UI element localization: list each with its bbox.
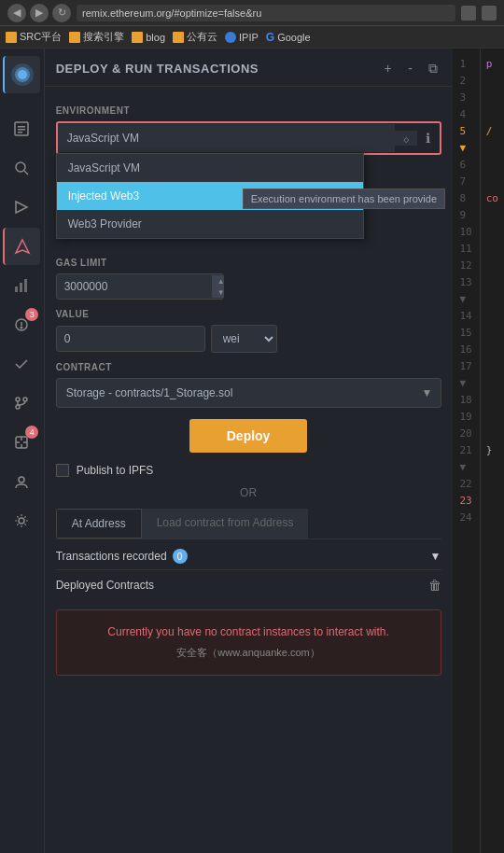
load-contract-tab[interactable]: Load contract from Address	[142, 509, 309, 538]
web3provider-label: Web3 Provider	[68, 217, 142, 231]
dropdown-item-jsvm[interactable]: JavaScript VM	[57, 154, 363, 182]
sidebar-item-settings[interactable]	[3, 502, 40, 539]
panel-title: DEPLOY & RUN TRANSACTIONS	[56, 62, 259, 76]
sidebar-item-deploy[interactable]	[3, 228, 40, 265]
value-input[interactable]	[57, 327, 205, 351]
bookmark-cloud-label: 公有云	[187, 30, 217, 44]
svg-point-26	[19, 518, 24, 524]
warning-text: Currently you have no contract instances…	[70, 623, 427, 641]
code-text: p / co	[481, 49, 504, 853]
bookmark-google[interactable]: G Google	[266, 31, 311, 44]
deployed-contracts-row: Deployed Contracts 🗑	[56, 569, 441, 600]
env-tooltip: Execution environment has been provide	[243, 189, 445, 209]
forward-button[interactable]: ▶	[30, 4, 49, 22]
or-divider: OR	[56, 486, 441, 499]
publish-ipfs-label: Publish to IPFS	[77, 464, 154, 477]
bookmark-cloud[interactable]: 公有云	[173, 30, 217, 44]
sidebar-item-compile[interactable]	[3, 189, 40, 226]
publish-ipfs-checkbox[interactable]	[56, 464, 69, 477]
at-address-tab[interactable]: At Address	[56, 509, 142, 538]
code-line-20	[486, 375, 498, 392]
bookmark-src[interactable]: SRC平台	[6, 30, 62, 44]
url-text: remix.ethereum.org/#optimize=false&ru	[82, 7, 261, 19]
panel-content: ENVIRONMENT JavaScript VM ⬦ ℹ JavaScript…	[45, 87, 453, 853]
code-line-22	[486, 409, 498, 426]
svg-rect-12	[24, 279, 27, 292]
value-row: ▲ ▼ wei gwei finney ether	[56, 325, 441, 353]
code-line-13	[486, 258, 498, 274]
code-line-4	[486, 106, 498, 123]
code-line-6	[486, 140, 498, 157]
svg-point-17	[23, 398, 27, 401]
sidebar-item-search[interactable]	[3, 149, 40, 187]
zoom-in-icon[interactable]: +	[380, 60, 397, 77]
tx-count-badge: 0	[173, 549, 188, 564]
bookmark-ipip[interactable]: IPIP	[225, 32, 259, 43]
browser-bar: ◀ ▶ ↻ remix.ethereum.org/#optimize=false…	[0, 0, 504, 26]
svg-point-25	[19, 477, 24, 482]
anquan-watermark: 安全客（www.anquanke.com）	[70, 645, 427, 662]
bookmark-search[interactable]: 搜索引擎	[69, 30, 124, 44]
code-line-19	[486, 358, 498, 375]
folder-icon	[132, 32, 143, 43]
menu-icon	[482, 6, 497, 21]
contract-select-wrapper: Storage - contracts/1_Storage.sol ▼	[56, 378, 441, 408]
sidebar-item-plugin[interactable]: 4	[3, 424, 40, 461]
dropdown-item-web3provider[interactable]: Web3 Provider	[57, 210, 363, 238]
gas-limit-down[interactable]: ▼	[213, 287, 224, 298]
refresh-button[interactable]: ↻	[52, 4, 71, 22]
code-line-15	[486, 291, 498, 308]
svg-point-16	[16, 398, 20, 401]
sidebar-item-verify[interactable]	[3, 345, 40, 383]
value-unit-select[interactable]: wei gwei finney ether	[211, 325, 277, 353]
browser-nav: ◀ ▶ ↻	[7, 4, 71, 22]
gas-limit-input-wrapper: ▲ ▼	[56, 273, 224, 300]
bookmark-ipip-label: IPIP	[239, 32, 259, 43]
transactions-row[interactable]: Transactions recorded 0 ▼	[56, 538, 441, 569]
sidebar-item-files[interactable]	[3, 110, 40, 147]
env-info-icon[interactable]: ℹ	[417, 123, 440, 153]
back-button[interactable]: ◀	[7, 4, 26, 22]
code-content: 1 2 3 4 5 ▼ 6 7 8 9 10 11 12 13 ▼ 14 15 …	[453, 49, 505, 853]
panel-header-icons: + - ⧉	[380, 60, 441, 77]
code-line-16	[486, 308, 498, 325]
remix-logo	[3, 56, 40, 93]
transactions-chevron-icon: ▼	[430, 550, 441, 563]
publish-ipfs-row: Publish to IPFS	[56, 464, 441, 477]
svg-rect-10	[15, 287, 18, 292]
sidebar-item-git[interactable]	[3, 385, 40, 422]
copy-panel-icon[interactable]: ⧉	[425, 60, 441, 77]
sidebar-item-analytics[interactable]	[3, 267, 40, 304]
code-line-14	[486, 274, 498, 291]
svg-marker-9	[16, 202, 27, 213]
zoom-out-icon[interactable]: -	[402, 60, 419, 77]
contract-select[interactable]: Storage - contracts/1_Storage.sol	[57, 379, 414, 407]
code-line-11	[486, 224, 498, 241]
trash-icon[interactable]: 🗑	[428, 578, 441, 593]
gas-limit-input[interactable]	[57, 274, 212, 299]
deploy-button[interactable]: Deploy	[189, 419, 308, 453]
code-line-5: /	[486, 123, 498, 140]
bookmark-blog-label: blog	[146, 32, 165, 43]
code-line-24: }	[486, 442, 498, 459]
bookmark-search-label: 搜索引擎	[83, 30, 124, 44]
code-line-10	[486, 207, 498, 224]
url-bar[interactable]: remix.ethereum.org/#optimize=false&ru	[77, 5, 455, 21]
code-line-9: co	[486, 190, 498, 207]
sidebar-item-debug[interactable]: 3	[3, 306, 40, 343]
bookmark-blog[interactable]: blog	[132, 32, 165, 43]
code-panel: 1 2 3 4 5 ▼ 6 7 8 9 10 11 12 13 ▼ 14 15 …	[453, 49, 505, 853]
bookmark-google-label: Google	[277, 32, 310, 43]
gas-limit-up[interactable]: ▲	[213, 275, 224, 287]
env-select-wrapper: JavaScript VM ⬦ ℹ	[56, 121, 441, 155]
ipip-icon	[225, 32, 236, 43]
tooltip-text: Execution environment has been provide	[251, 193, 437, 204]
environment-display[interactable]: JavaScript VM	[58, 124, 395, 152]
code-line-8	[486, 174, 498, 190]
code-line-1: p	[486, 56, 498, 73]
svg-rect-4	[18, 126, 25, 128]
sidebar-item-user[interactable]	[3, 463, 40, 500]
code-line-7	[486, 157, 498, 174]
value-input-wrapper: ▲ ▼	[56, 326, 205, 352]
gas-limit-label: GAS LIMIT	[56, 258, 441, 268]
